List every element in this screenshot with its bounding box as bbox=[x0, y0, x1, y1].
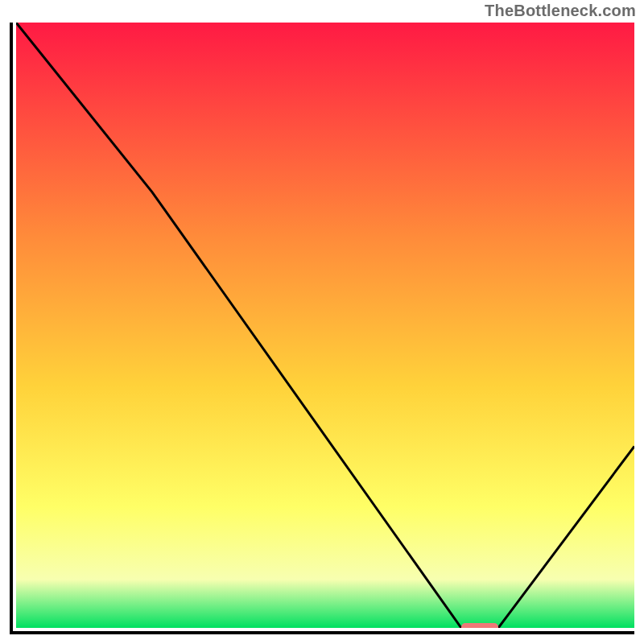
optimal-marker bbox=[461, 623, 498, 628]
plot-area bbox=[16, 23, 634, 628]
axes-frame bbox=[10, 23, 634, 634]
bottleneck-curve bbox=[16, 23, 634, 628]
chart-container: TheBottleneck.com bbox=[0, 0, 644, 644]
attribution-label: TheBottleneck.com bbox=[485, 2, 636, 20]
curve-path bbox=[16, 23, 634, 628]
